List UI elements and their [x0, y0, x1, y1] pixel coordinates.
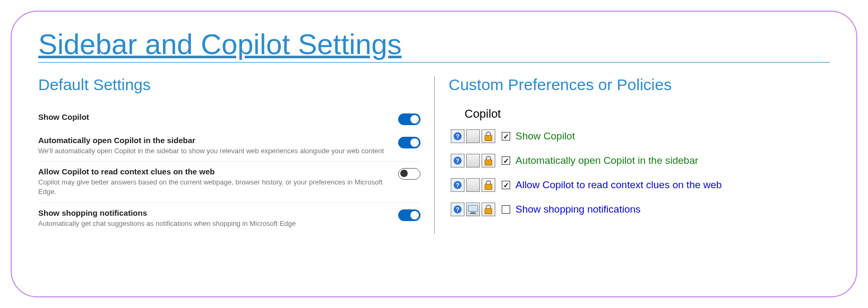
- toggle-show-copilot[interactable]: [398, 113, 420, 125]
- setting-show-copilot: Show Copilot: [38, 107, 420, 130]
- help-icon[interactable]: ?: [451, 203, 465, 216]
- default-settings-heading: Default Settings: [38, 76, 420, 94]
- policy-checkbox[interactable]: [502, 132, 510, 140]
- svg-text:?: ?: [456, 206, 460, 213]
- help-icon[interactable]: ?: [451, 154, 465, 168]
- policy-show-copilot: ? Show Copilot: [449, 124, 830, 148]
- computer-icon[interactable]: [466, 203, 480, 216]
- page-title: Sidebar and Copilot Settings: [38, 28, 830, 63]
- setting-label: Show shopping notifications: [38, 208, 388, 217]
- svg-text:?: ?: [456, 157, 460, 164]
- policy-checkbox[interactable]: [502, 156, 510, 165]
- svg-text:?: ?: [456, 182, 460, 188]
- svg-rect-8: [468, 205, 478, 212]
- setting-context-clues: Allow Copilot to read context clues on t…: [38, 162, 420, 203]
- status-icon[interactable]: [466, 154, 480, 168]
- policy-label: Allow Copilot to read context clues on t…: [515, 179, 722, 191]
- setting-auto-open-copilot: Automatically open Copilot in the sideba…: [38, 130, 420, 162]
- setting-label: Automatically open Copilot in the sideba…: [38, 136, 388, 145]
- policy-label: Automatically open Copilot in the sideba…: [515, 155, 698, 166]
- custom-policies-heading: Custom Preferences or Policies: [449, 76, 830, 94]
- setting-desc: Automatically get chat suggestions as no…: [38, 219, 388, 228]
- setting-label: Show Copilot: [38, 112, 388, 121]
- policy-auto-open-copilot: ? Automatically open Copilot in the side…: [449, 148, 830, 173]
- columns: Default Settings Show Copilot Automatica…: [38, 76, 830, 234]
- svg-text:?: ?: [456, 133, 460, 139]
- custom-policies-column: Custom Preferences or Policies Copilot ?…: [449, 76, 830, 234]
- policy-label: Show shopping notifications: [515, 204, 641, 215]
- help-icon[interactable]: ?: [451, 178, 465, 192]
- policy-context-clues: ? Allow Copilot to read context clues on…: [449, 173, 830, 197]
- settings-frame: Sidebar and Copilot Settings Default Set…: [11, 11, 857, 297]
- policy-shopping-notifications: ? Show shopping notifications: [449, 197, 830, 222]
- policy-group-header: Copilot: [465, 107, 830, 121]
- lock-icon[interactable]: [482, 129, 495, 143]
- status-icon[interactable]: [466, 178, 480, 192]
- setting-desc: We'll automatically open Copilot in the …: [38, 146, 388, 156]
- help-icon[interactable]: ?: [451, 129, 465, 143]
- default-settings-column: Default Settings Show Copilot Automatica…: [38, 76, 420, 234]
- toggle-context-clues[interactable]: [398, 168, 420, 180]
- lock-icon[interactable]: [482, 154, 495, 168]
- status-icon[interactable]: [466, 129, 480, 143]
- setting-desc: Copilot may give better answers based on…: [38, 178, 388, 197]
- svg-rect-9: [471, 212, 475, 213]
- lock-icon[interactable]: [482, 203, 495, 216]
- policy-label: Show Copilot: [515, 130, 575, 142]
- toggle-auto-open-copilot[interactable]: [398, 137, 420, 148]
- column-divider: [434, 76, 435, 234]
- setting-label: Allow Copilot to read context clues on t…: [38, 167, 388, 176]
- policy-checkbox[interactable]: [502, 181, 510, 189]
- toggle-shopping-notifications[interactable]: [398, 209, 420, 221]
- policy-checkbox[interactable]: [502, 205, 510, 214]
- svg-rect-10: [470, 213, 476, 214]
- setting-shopping-notifications: Show shopping notifications Automaticall…: [38, 203, 420, 234]
- lock-icon[interactable]: [482, 178, 495, 192]
